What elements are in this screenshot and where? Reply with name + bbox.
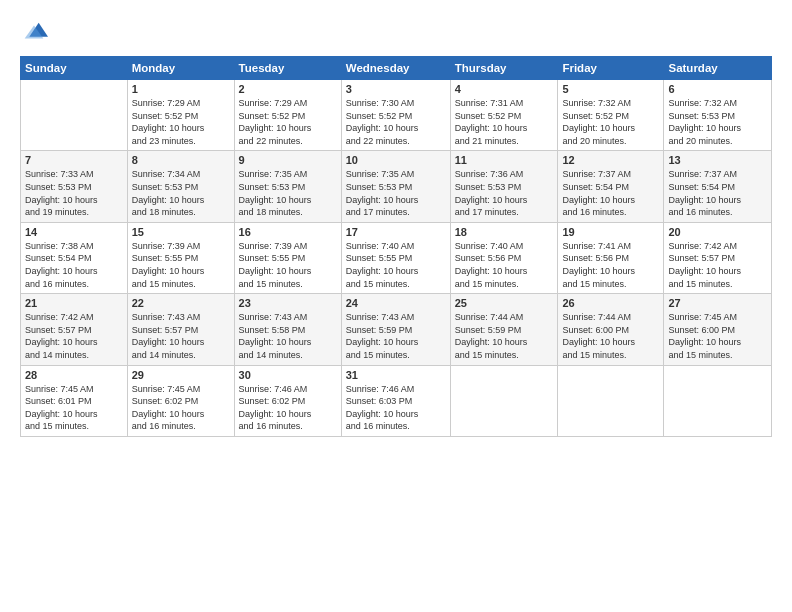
calendar-week-5: 28Sunrise: 7:45 AM Sunset: 6:01 PM Dayli… <box>21 365 772 436</box>
day-detail: Sunrise: 7:45 AM Sunset: 6:02 PM Dayligh… <box>132 383 230 433</box>
day-detail: Sunrise: 7:43 AM Sunset: 5:57 PM Dayligh… <box>132 311 230 361</box>
calendar-cell: 19Sunrise: 7:41 AM Sunset: 5:56 PM Dayli… <box>558 222 664 293</box>
calendar-week-3: 14Sunrise: 7:38 AM Sunset: 5:54 PM Dayli… <box>21 222 772 293</box>
day-number: 15 <box>132 226 230 238</box>
calendar-cell: 17Sunrise: 7:40 AM Sunset: 5:55 PM Dayli… <box>341 222 450 293</box>
calendar-cell: 18Sunrise: 7:40 AM Sunset: 5:56 PM Dayli… <box>450 222 558 293</box>
day-number: 22 <box>132 297 230 309</box>
day-detail: Sunrise: 7:34 AM Sunset: 5:53 PM Dayligh… <box>132 168 230 218</box>
calendar-cell: 14Sunrise: 7:38 AM Sunset: 5:54 PM Dayli… <box>21 222 128 293</box>
calendar-cell: 7Sunrise: 7:33 AM Sunset: 5:53 PM Daylig… <box>21 151 128 222</box>
calendar-cell: 10Sunrise: 7:35 AM Sunset: 5:53 PM Dayli… <box>341 151 450 222</box>
calendar-body: 1Sunrise: 7:29 AM Sunset: 5:52 PM Daylig… <box>21 80 772 437</box>
calendar-cell: 8Sunrise: 7:34 AM Sunset: 5:53 PM Daylig… <box>127 151 234 222</box>
weekday-header-tuesday: Tuesday <box>234 57 341 80</box>
day-number: 30 <box>239 369 337 381</box>
calendar-cell: 16Sunrise: 7:39 AM Sunset: 5:55 PM Dayli… <box>234 222 341 293</box>
calendar-cell: 27Sunrise: 7:45 AM Sunset: 6:00 PM Dayli… <box>664 294 772 365</box>
day-number: 24 <box>346 297 446 309</box>
calendar-cell: 4Sunrise: 7:31 AM Sunset: 5:52 PM Daylig… <box>450 80 558 151</box>
calendar-cell: 23Sunrise: 7:43 AM Sunset: 5:58 PM Dayli… <box>234 294 341 365</box>
page: SundayMondayTuesdayWednesdayThursdayFrid… <box>0 0 792 612</box>
day-number: 6 <box>668 83 767 95</box>
day-detail: Sunrise: 7:32 AM Sunset: 5:53 PM Dayligh… <box>668 97 767 147</box>
calendar-cell: 9Sunrise: 7:35 AM Sunset: 5:53 PM Daylig… <box>234 151 341 222</box>
day-detail: Sunrise: 7:46 AM Sunset: 6:03 PM Dayligh… <box>346 383 446 433</box>
weekday-header-sunday: Sunday <box>21 57 128 80</box>
calendar-cell <box>21 80 128 151</box>
calendar-cell: 3Sunrise: 7:30 AM Sunset: 5:52 PM Daylig… <box>341 80 450 151</box>
day-detail: Sunrise: 7:35 AM Sunset: 5:53 PM Dayligh… <box>346 168 446 218</box>
day-detail: Sunrise: 7:44 AM Sunset: 6:00 PM Dayligh… <box>562 311 659 361</box>
day-number: 1 <box>132 83 230 95</box>
day-number: 31 <box>346 369 446 381</box>
day-detail: Sunrise: 7:37 AM Sunset: 5:54 PM Dayligh… <box>668 168 767 218</box>
weekday-header-monday: Monday <box>127 57 234 80</box>
calendar-cell <box>664 365 772 436</box>
calendar-cell: 1Sunrise: 7:29 AM Sunset: 5:52 PM Daylig… <box>127 80 234 151</box>
day-number: 8 <box>132 154 230 166</box>
day-detail: Sunrise: 7:38 AM Sunset: 5:54 PM Dayligh… <box>25 240 123 290</box>
day-number: 20 <box>668 226 767 238</box>
day-number: 5 <box>562 83 659 95</box>
day-number: 23 <box>239 297 337 309</box>
day-number: 18 <box>455 226 554 238</box>
day-detail: Sunrise: 7:39 AM Sunset: 5:55 PM Dayligh… <box>132 240 230 290</box>
day-detail: Sunrise: 7:37 AM Sunset: 5:54 PM Dayligh… <box>562 168 659 218</box>
calendar-cell <box>450 365 558 436</box>
calendar-cell: 20Sunrise: 7:42 AM Sunset: 5:57 PM Dayli… <box>664 222 772 293</box>
calendar-cell <box>558 365 664 436</box>
day-number: 10 <box>346 154 446 166</box>
calendar-cell: 22Sunrise: 7:43 AM Sunset: 5:57 PM Dayli… <box>127 294 234 365</box>
calendar-week-2: 7Sunrise: 7:33 AM Sunset: 5:53 PM Daylig… <box>21 151 772 222</box>
day-detail: Sunrise: 7:46 AM Sunset: 6:02 PM Dayligh… <box>239 383 337 433</box>
header <box>20 18 772 46</box>
calendar-cell: 28Sunrise: 7:45 AM Sunset: 6:01 PM Dayli… <box>21 365 128 436</box>
day-detail: Sunrise: 7:39 AM Sunset: 5:55 PM Dayligh… <box>239 240 337 290</box>
calendar-cell: 12Sunrise: 7:37 AM Sunset: 5:54 PM Dayli… <box>558 151 664 222</box>
day-detail: Sunrise: 7:36 AM Sunset: 5:53 PM Dayligh… <box>455 168 554 218</box>
calendar-cell: 31Sunrise: 7:46 AM Sunset: 6:03 PM Dayli… <box>341 365 450 436</box>
day-detail: Sunrise: 7:44 AM Sunset: 5:59 PM Dayligh… <box>455 311 554 361</box>
day-detail: Sunrise: 7:40 AM Sunset: 5:55 PM Dayligh… <box>346 240 446 290</box>
calendar-cell: 15Sunrise: 7:39 AM Sunset: 5:55 PM Dayli… <box>127 222 234 293</box>
day-detail: Sunrise: 7:45 AM Sunset: 6:01 PM Dayligh… <box>25 383 123 433</box>
day-number: 11 <box>455 154 554 166</box>
day-detail: Sunrise: 7:42 AM Sunset: 5:57 PM Dayligh… <box>25 311 123 361</box>
day-detail: Sunrise: 7:33 AM Sunset: 5:53 PM Dayligh… <box>25 168 123 218</box>
day-number: 7 <box>25 154 123 166</box>
calendar-cell: 29Sunrise: 7:45 AM Sunset: 6:02 PM Dayli… <box>127 365 234 436</box>
weekday-header-friday: Friday <box>558 57 664 80</box>
logo-icon <box>20 18 48 46</box>
day-number: 17 <box>346 226 446 238</box>
day-detail: Sunrise: 7:32 AM Sunset: 5:52 PM Dayligh… <box>562 97 659 147</box>
day-number: 13 <box>668 154 767 166</box>
calendar-week-1: 1Sunrise: 7:29 AM Sunset: 5:52 PM Daylig… <box>21 80 772 151</box>
day-detail: Sunrise: 7:45 AM Sunset: 6:00 PM Dayligh… <box>668 311 767 361</box>
calendar-week-4: 21Sunrise: 7:42 AM Sunset: 5:57 PM Dayli… <box>21 294 772 365</box>
calendar-cell: 13Sunrise: 7:37 AM Sunset: 5:54 PM Dayli… <box>664 151 772 222</box>
weekday-header-thursday: Thursday <box>450 57 558 80</box>
calendar-cell: 11Sunrise: 7:36 AM Sunset: 5:53 PM Dayli… <box>450 151 558 222</box>
calendar-cell: 24Sunrise: 7:43 AM Sunset: 5:59 PM Dayli… <box>341 294 450 365</box>
day-number: 26 <box>562 297 659 309</box>
calendar-cell: 6Sunrise: 7:32 AM Sunset: 5:53 PM Daylig… <box>664 80 772 151</box>
calendar-cell: 30Sunrise: 7:46 AM Sunset: 6:02 PM Dayli… <box>234 365 341 436</box>
calendar-cell: 2Sunrise: 7:29 AM Sunset: 5:52 PM Daylig… <box>234 80 341 151</box>
day-detail: Sunrise: 7:29 AM Sunset: 5:52 PM Dayligh… <box>239 97 337 147</box>
day-number: 2 <box>239 83 337 95</box>
calendar: SundayMondayTuesdayWednesdayThursdayFrid… <box>20 56 772 437</box>
day-number: 3 <box>346 83 446 95</box>
day-detail: Sunrise: 7:43 AM Sunset: 5:58 PM Dayligh… <box>239 311 337 361</box>
calendar-cell: 21Sunrise: 7:42 AM Sunset: 5:57 PM Dayli… <box>21 294 128 365</box>
day-detail: Sunrise: 7:29 AM Sunset: 5:52 PM Dayligh… <box>132 97 230 147</box>
day-number: 25 <box>455 297 554 309</box>
day-detail: Sunrise: 7:30 AM Sunset: 5:52 PM Dayligh… <box>346 97 446 147</box>
weekday-header-wednesday: Wednesday <box>341 57 450 80</box>
day-detail: Sunrise: 7:41 AM Sunset: 5:56 PM Dayligh… <box>562 240 659 290</box>
weekday-header-saturday: Saturday <box>664 57 772 80</box>
day-detail: Sunrise: 7:40 AM Sunset: 5:56 PM Dayligh… <box>455 240 554 290</box>
day-detail: Sunrise: 7:35 AM Sunset: 5:53 PM Dayligh… <box>239 168 337 218</box>
day-number: 28 <box>25 369 123 381</box>
day-number: 9 <box>239 154 337 166</box>
